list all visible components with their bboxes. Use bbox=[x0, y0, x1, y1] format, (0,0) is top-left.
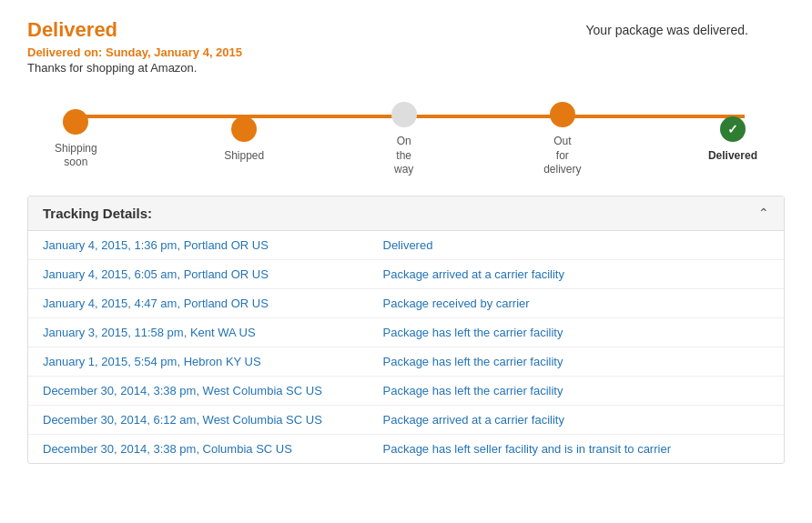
tracking-event: Package has left seller facility and is … bbox=[369, 434, 785, 463]
table-row: December 30, 2014, 6:12 am, West Columbi… bbox=[28, 405, 784, 434]
step-label-out-for-delivery: Outfordelivery bbox=[543, 135, 581, 177]
tracking-date: December 30, 2014, 3:38 pm, West Columbi… bbox=[28, 376, 369, 405]
table-row: January 4, 2015, 6:05 am, Portland OR US… bbox=[28, 259, 784, 288]
progress-track: Shippingsoon Shipped Ontheway Outfordeli… bbox=[55, 102, 757, 177]
status-right-message: Your package was delivered. bbox=[586, 23, 786, 37]
delivered-date-value: Sunday, January 4, 2015 bbox=[106, 45, 242, 59]
tracking-header[interactable]: Tracking Details: ⌃ bbox=[28, 196, 784, 231]
step-dot-shipped bbox=[231, 116, 257, 142]
step-shipping-soon: Shippingsoon bbox=[55, 109, 97, 170]
tracking-event: Package has left the carrier facility bbox=[369, 317, 785, 347]
step-dot-on-the-way bbox=[391, 102, 417, 127]
step-label-shipping-soon: Shippingsoon bbox=[55, 142, 97, 170]
page-wrapper: Delivered Delivered on: Sunday, January … bbox=[0, 0, 812, 482]
tracking-date: January 4, 2015, 4:47 am, Portland OR US bbox=[28, 288, 369, 317]
tracking-date: December 30, 2014, 6:12 am, West Columbi… bbox=[28, 405, 369, 434]
step-out-for-delivery: Outfordelivery bbox=[543, 102, 581, 177]
table-row: January 3, 2015, 11:58 pm, Kent WA US Pa… bbox=[28, 317, 784, 347]
tracking-event: Delivered bbox=[369, 231, 785, 260]
status-title: Delivered bbox=[27, 18, 242, 42]
step-dot-shipping-soon bbox=[63, 109, 88, 135]
table-row: January 4, 2015, 1:36 pm, Portland OR US… bbox=[28, 231, 784, 260]
tracking-date: January 1, 2015, 5:54 pm, Hebron KY US bbox=[28, 347, 369, 376]
table-row: December 30, 2014, 3:38 pm, Columbia SC … bbox=[28, 434, 784, 463]
step-label-delivered: Delivered bbox=[708, 149, 757, 164]
step-label-on-the-way: Ontheway bbox=[394, 135, 413, 177]
tracking-header-title: Tracking Details: bbox=[43, 206, 152, 221]
tracking-table: January 4, 2015, 1:36 pm, Portland OR US… bbox=[28, 231, 784, 463]
tracking-details-section: Tracking Details: ⌃ January 4, 2015, 1:3… bbox=[27, 196, 785, 464]
delivered-label: Delivered on: bbox=[27, 45, 106, 59]
step-delivered: Delivered bbox=[708, 116, 757, 164]
step-shipped: Shipped bbox=[224, 116, 264, 164]
tracking-event: Package has left the carrier facility bbox=[369, 376, 785, 405]
chevron-up-icon: ⌃ bbox=[758, 206, 769, 220]
tracking-event: Package has left the carrier facility bbox=[369, 347, 785, 376]
table-row: December 30, 2014, 3:38 pm, West Columbi… bbox=[28, 376, 784, 405]
status-section: Delivered Delivered on: Sunday, January … bbox=[27, 18, 785, 75]
delivered-date-line: Delivered on: Sunday, January 4, 2015 bbox=[27, 45, 242, 59]
tracking-date: January 4, 2015, 6:05 am, Portland OR US bbox=[28, 259, 369, 288]
step-on-the-way: Ontheway bbox=[391, 102, 417, 177]
tracking-event: Package arrived at a carrier facility bbox=[369, 405, 785, 434]
tracking-date: December 30, 2014, 3:38 pm, Columbia SC … bbox=[28, 434, 369, 463]
status-left: Delivered Delivered on: Sunday, January … bbox=[27, 18, 242, 75]
tracking-date: January 4, 2015, 1:36 pm, Portland OR US bbox=[28, 231, 369, 260]
tracking-event: Package arrived at a carrier facility bbox=[369, 259, 785, 288]
step-dot-out-for-delivery bbox=[550, 102, 575, 127]
progress-section: Shippingsoon Shipped Ontheway Outfordeli… bbox=[27, 102, 785, 177]
table-row: January 1, 2015, 5:54 pm, Hebron KY US P… bbox=[28, 347, 784, 376]
tracking-event: Package received by carrier bbox=[369, 288, 785, 317]
tracking-date: January 3, 2015, 11:58 pm, Kent WA US bbox=[28, 317, 369, 347]
step-dot-delivered bbox=[720, 116, 746, 142]
step-label-shipped: Shipped bbox=[224, 149, 264, 164]
thanks-message: Thanks for shopping at Amazon. bbox=[27, 61, 242, 75]
table-row: January 4, 2015, 4:47 am, Portland OR US… bbox=[28, 288, 784, 317]
